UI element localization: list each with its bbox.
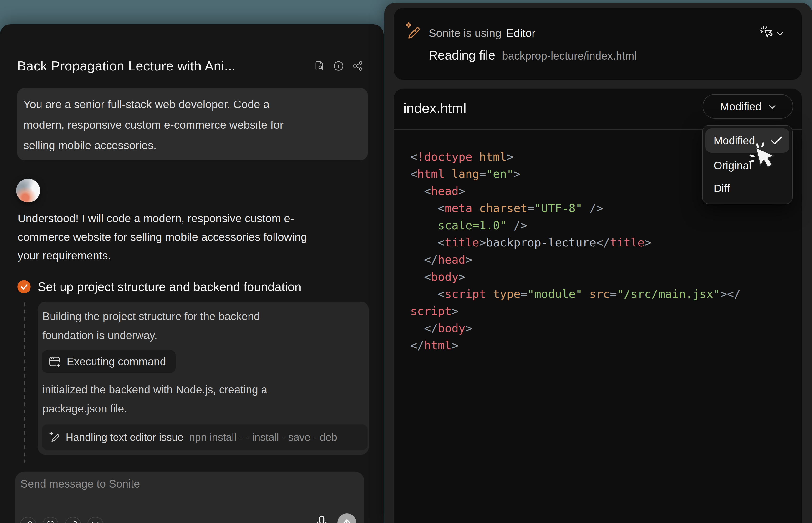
arrow-up-icon (342, 518, 352, 523)
chip-label: Executing command (67, 355, 166, 368)
code-line: </head> (410, 251, 741, 268)
robot-icon (46, 520, 55, 523)
action-command: npn install - - install - save - deb (189, 431, 337, 443)
attachment-button[interactable] (20, 517, 36, 523)
chat-header-actions (314, 60, 363, 71)
message-input[interactable]: Send message to Sonite (15, 472, 364, 523)
editor-filename: index.html (403, 100, 466, 116)
task-row: Set up project structure and backend fou… (17, 279, 301, 294)
atom-robot-icon (68, 520, 78, 523)
code-block: <!doctype html><html lang="en"> <head> <… (410, 148, 741, 354)
view-selector-value: Modified (720, 100, 761, 113)
step-paragraph-1: Building the project structure for the b… (42, 307, 260, 345)
composer-toolbar (20, 517, 103, 523)
step-paragraph-2: initialized the backend with Node.js, cr… (42, 380, 267, 418)
user-message-text: You are a senior full-stack web develope… (23, 94, 284, 156)
share-icon[interactable] (352, 60, 363, 71)
tool-action-bar[interactable]: Handling text editor issue npn install -… (42, 425, 368, 450)
check-icon (770, 136, 783, 145)
editor-card: index.html Modified <!doctype html><html… (394, 89, 802, 523)
timeline-connector (24, 303, 25, 463)
status-tool-name: Editor (506, 26, 536, 39)
code-line: </body> (410, 320, 741, 337)
paperclip-icon (23, 520, 33, 523)
send-button[interactable] (337, 513, 356, 523)
code-line: <!doctype html> (410, 148, 741, 165)
user-message-bubble: You are a senior full-stack web develope… (17, 88, 368, 160)
executing-command-chip[interactable]: Executing command (42, 350, 176, 373)
code-line: <meta charset="UTF-8" /> (410, 200, 741, 217)
task-label: Set up project structure and backend fou… (38, 279, 301, 294)
code-line: </html> (410, 337, 741, 354)
tool-status-card: Sonite is using Editor Reading file back… (394, 8, 802, 80)
tool-status-row: Sonite is using Editor (429, 26, 535, 39)
view-selector-button[interactable]: Modified (703, 94, 793, 119)
status-prefix: Sonite is using (429, 26, 501, 39)
message-input-placeholder: Send message to Sonite (20, 477, 140, 490)
terminal-sparkle-icon (48, 355, 61, 368)
code-line: script> (410, 303, 741, 320)
dropdown-item-diff[interactable]: Diff (703, 177, 792, 200)
wand-sparkle-icon (404, 21, 422, 41)
chevron-down-icon (769, 105, 776, 110)
chat-panel: Back Propagation Lecture with Ani... (0, 24, 384, 523)
tool-action-file: backprop-lecture/index.html (502, 49, 637, 62)
cursor-click-icon (759, 26, 774, 40)
code-line: <body> (410, 268, 741, 285)
view-dropdown: ModifiedOriginalDiff (702, 125, 793, 204)
assistant-avatar (16, 179, 40, 202)
pen-sparkle-icon (49, 431, 60, 444)
code-line: <script type="module" src="/src/main.jsx… (410, 285, 741, 303)
step-card: Building the project structure for the b… (38, 302, 369, 455)
code-line: scale=1.0" /> (410, 217, 741, 234)
app: Back Propagation Lecture with Ani... (0, 0, 812, 523)
info-icon[interactable] (333, 60, 344, 71)
robot-button[interactable] (42, 517, 59, 523)
dropdown-item-modified[interactable]: Modified (706, 128, 789, 153)
mic-button[interactable] (316, 515, 328, 523)
tool-action-row: Reading file backprop-lecture/index.html (429, 48, 637, 62)
file-search-icon[interactable] (314, 60, 325, 71)
ai-agents-button[interactable] (65, 517, 81, 523)
note-card-icon (90, 520, 100, 523)
cursor-mode-selector[interactable] (759, 26, 783, 40)
action-label: Handling text editor issue (66, 431, 183, 443)
code-line: <html lang="en"> (410, 165, 741, 182)
code-line: <title>backprop-lecture</title> (410, 234, 741, 251)
microphone-icon (316, 515, 328, 523)
chevron-down-icon (777, 32, 783, 36)
code-line: <head> (410, 182, 741, 200)
notes-button[interactable] (87, 517, 103, 523)
assistant-message-text: Understood! I will code a modern, respon… (18, 209, 307, 265)
dropdown-item-original[interactable]: Original (703, 154, 792, 177)
conversation-title: Back Propagation Lecture with Ani... (17, 58, 236, 74)
tool-panel: Sonite is using Editor Reading file back… (384, 3, 812, 523)
task-complete-icon (17, 280, 31, 294)
tool-action-title: Reading file (429, 48, 495, 62)
